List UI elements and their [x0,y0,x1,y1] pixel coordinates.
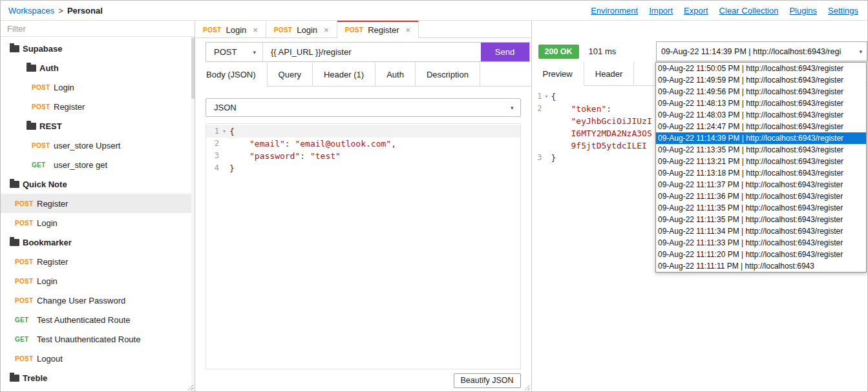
history-item[interactable]: 09-Aug-22 11:24:47 PM | http://localhost… [656,121,866,132]
response-tab[interactable]: Header [584,62,635,85]
request-tab[interactable]: POST Login × [195,21,266,37]
tree-item[interactable]: POST Register [1,252,195,271]
topbar-link[interactable]: Import [649,6,673,15]
history-item[interactable]: 09-Aug-22 11:11:35 PM | http://localhost… [656,214,866,225]
response-tab-label: Preview [543,69,573,79]
history-item[interactable]: 09-Aug-22 11:11:35 PM | http://localhost… [656,202,866,214]
line-number: 2 [206,138,219,150]
history-item[interactable]: 09-Aug-22 11:11:11 PM | http://localhost… [656,260,866,272]
history-item[interactable]: 09-Aug-22 11:49:56 PM | http://localhost… [656,86,866,98]
response-tab[interactable]: Preview [532,62,584,86]
topbar-link[interactable]: Clear Collection [719,6,779,15]
history-item[interactable]: 09-Aug-22 11:14:39 PM | http://localhost… [656,132,866,144]
tree-item[interactable]: POST user_store Upsert [1,136,195,155]
send-button[interactable]: Send [481,43,529,61]
tree-item-label: Auth [39,63,59,73]
method-label: POST [15,355,37,362]
tree-item[interactable]: POST Login [1,77,195,97]
request-subtab[interactable]: Description [416,63,480,86]
breadcrumb-current-workspace: Personal [67,6,103,15]
request-body-editor[interactable]: 1▾{ 2"email": "email@outlook.com", 3"pas… [206,123,521,369]
close-tab-icon[interactable]: × [406,26,411,34]
history-select[interactable]: 09-Aug-22 11:14:39 PM | http://localhost… [656,41,867,61]
filter-input[interactable] [1,21,195,37]
collections-sidebar: Supabase Auth POST Login POST Register [1,21,195,391]
close-tab-icon[interactable]: × [253,26,258,34]
tab-method-label: POST [274,26,292,34]
app-window: Workspaces > Personal EnvironmentImportE… [0,0,868,392]
topbar-link[interactable]: Environment [591,6,638,15]
tree-item[interactable]: POST Register [1,194,195,213]
close-tab-icon[interactable]: × [324,26,329,34]
history-item[interactable]: 09-Aug-22 11:13:18 PM | http://localhost… [656,167,866,179]
request-subtab[interactable]: Header (1) [313,63,376,86]
topbar-link[interactable]: Settings [828,6,858,15]
fold-icon[interactable]: ▾ [219,125,229,138]
sidebar-scrollbar-thumb[interactable] [191,37,195,99]
topbar-link[interactable]: Export [684,6,708,15]
method-select[interactable]: POST ▾ [206,43,263,61]
line-number: 4 [206,162,219,174]
tree-item[interactable]: Treble [1,368,195,387]
tree-item[interactable]: POST Register [1,97,195,116]
tree-item[interactable]: POST Login [1,213,195,232]
history-item[interactable]: 09-Aug-22 11:48:13 PM | http://localhost… [656,98,866,109]
topbar-link[interactable]: Plugins [789,6,817,15]
code-line: 1▾{ [206,125,520,138]
request-tab[interactable]: POST Login × [266,21,337,37]
beautify-json-button[interactable]: Beautify JSON [454,373,521,388]
history-item[interactable]: 09-Aug-22 11:11:36 PM | http://localhost… [656,191,866,202]
history-select-value: 09-Aug-22 11:14:39 PM | http://localhost… [661,47,859,56]
method-select-value: POST [214,47,237,57]
method-label: POST [15,220,37,227]
tree-item[interactable]: POST Login [1,271,195,291]
tree-item-label: Register [54,102,85,112]
tree-item-label: Login [37,276,58,286]
method-label: GET [15,316,37,324]
tree-item[interactable]: REST [1,116,195,136]
history-item[interactable]: 09-Aug-22 11:11:34 PM | http://localhost… [656,225,866,237]
sidebar-scrollbar[interactable] [191,37,195,391]
tree-item[interactable]: POST Change User Password [1,291,195,310]
history-item[interactable]: 09-Aug-22 11:49:59 PM | http://localhost… [656,74,866,86]
chevron-down-icon: ▾ [253,49,256,56]
request-subtab[interactable]: Auth [376,63,416,86]
tree-item[interactable]: GET user_store get [1,155,195,174]
history-item[interactable]: 09-Aug-22 11:11:37 PM | http://localhost… [656,179,866,191]
breadcrumb-workspaces-link[interactable]: Workspaces [8,6,54,15]
tree-item[interactable]: Bookmarker [1,232,195,252]
history-item[interactable]: 09-Aug-22 11:50:05 PM | http://localhost… [656,63,866,74]
history-item[interactable]: 09-Aug-22 11:48:03 PM | http://localhost… [656,109,866,121]
history-dropdown: 09-Aug-22 11:50:05 PM | http://localhost… [655,62,867,273]
tree-item[interactable]: Quick Note [1,174,195,194]
url-input[interactable] [263,43,481,61]
tree-item[interactable]: POST Logout [1,349,195,368]
tree-item-label: Register [37,199,68,209]
tab-method-label: POST [203,26,221,34]
history-item[interactable]: 09-Aug-22 11:11:20 PM | http://localhost… [656,249,866,260]
topbar: Workspaces > Personal EnvironmentImportE… [1,1,867,21]
tree-item[interactable]: Auth [1,58,195,77]
history-item[interactable]: 09-Aug-22 11:11:33 PM | http://localhost… [656,237,866,249]
fold-icon[interactable]: ▾ [542,90,551,103]
topbar-links: EnvironmentImportExportClear CollectionP… [591,6,858,15]
request-subtab-label: Body (JSON) [206,70,256,79]
method-label: POST [15,297,37,304]
request-subtab[interactable]: Query [268,63,313,86]
line-number: 1 [532,90,542,103]
tree-item[interactable]: GET Test Authenticated Route [1,310,195,329]
chevron-down-icon: ▾ [511,105,514,111]
history-item[interactable]: 09-Aug-22 11:13:21 PM | http://localhost… [656,156,866,167]
code-line: 2"email": "email@outlook.com", [206,138,520,150]
body-type-value: JSON [214,103,237,112]
request-subtab[interactable]: Body (JSON) [195,63,268,87]
line-number: 2 [532,103,542,115]
tab-title: Register [368,25,399,35]
folder-icon [26,65,36,72]
history-item[interactable]: 09-Aug-22 11:13:35 PM | http://localhost… [656,144,866,156]
tree-item[interactable]: GET Test Unauthenticated Route [1,329,195,349]
request-tab[interactable]: POST Register × [337,21,419,38]
body-type-select[interactable]: JSON ▾ [206,98,521,117]
tree-item[interactable]: Supabase [1,39,195,58]
method-label: POST [32,84,54,91]
